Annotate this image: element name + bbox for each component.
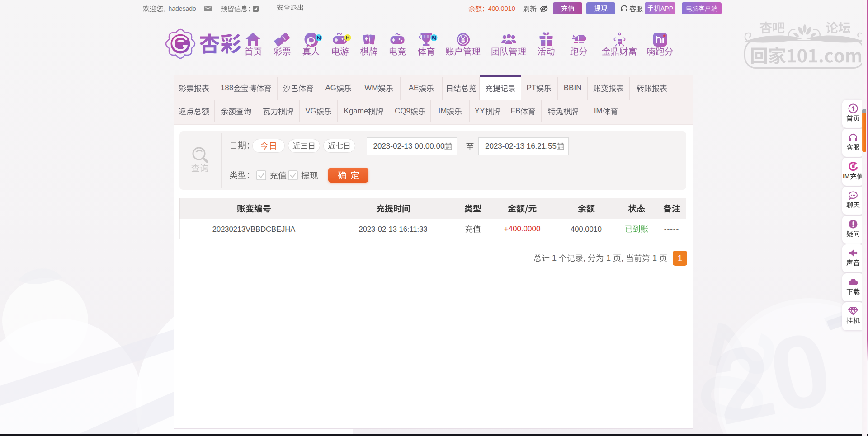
svg-text:20: 20 xyxy=(703,309,841,436)
